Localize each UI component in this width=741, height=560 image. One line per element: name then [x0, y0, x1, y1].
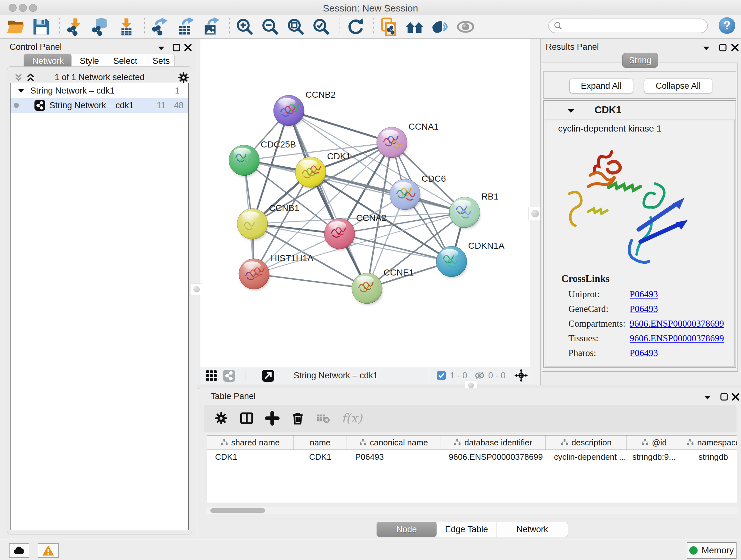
inactive-eye-icon[interactable] [456, 17, 475, 36]
show-columns-icon[interactable] [239, 411, 254, 426]
network-tree: String Network – cdk1 1 String Network –… [10, 83, 189, 530]
node-table[interactable]: shared name name canonical name database… [207, 435, 737, 503]
selected-nodes-checkbox[interactable] [436, 371, 446, 380]
node-label-cdkn1a: CDKN1A [468, 241, 504, 251]
collapse-all-button[interactable]: Collapse All [644, 78, 712, 93]
search-input[interactable] [563, 21, 698, 31]
network-node-ccne1[interactable] [352, 273, 382, 305]
table-row[interactable]: CDK1 CDK1 P06493 9606.ENSP00000378699 cy… [207, 450, 737, 463]
open-view-icon[interactable] [262, 369, 274, 382]
table-horizontal-scrollbar[interactable] [207, 507, 737, 514]
network-badge-icon[interactable] [223, 369, 235, 382]
expand-all-button[interactable]: Expand All [569, 78, 633, 93]
network-tab-pane: 1 of 1 Network selected String Network –… [7, 66, 192, 535]
left-splitter-handle[interactable] [191, 284, 202, 295]
results-panel-close-icon[interactable] [731, 44, 739, 52]
footer-separator [429, 370, 429, 381]
table-type-tabs: Node Table Edge Table Network Table [377, 522, 568, 537]
export-table-icon[interactable] [176, 17, 195, 36]
column-header[interactable]: name [293, 435, 347, 449]
column-header[interactable]: canonical name [347, 435, 441, 449]
memory-button[interactable]: Memory [687, 542, 737, 559]
copy-network-icon[interactable] [380, 17, 398, 36]
import-table-file-icon[interactable] [117, 17, 135, 36]
network-node-ccnb1[interactable] [237, 208, 268, 240]
network-node-hist1h1a[interactable] [239, 259, 269, 290]
warning-icon [42, 545, 54, 556]
zoom-in-icon[interactable] [235, 17, 254, 36]
string-home-icon[interactable] [405, 17, 424, 36]
cloud-status-button[interactable] [9, 543, 29, 558]
column-header[interactable]: @id [627, 435, 681, 449]
tab-edge-table[interactable]: Edge Table [436, 522, 497, 537]
crosslink-link[interactable]: 9606.ENSP00000378699 [630, 318, 724, 331]
control-panel-float-icon[interactable] [172, 44, 181, 52]
crosslink-link[interactable]: 9606.ENSP00000378699 [630, 333, 724, 346]
tab-network-table[interactable]: Network Table [497, 522, 568, 537]
table-panel-menu-icon[interactable] [703, 395, 712, 400]
network-edge[interactable] [254, 274, 367, 288]
zoom-selected-icon[interactable] [312, 17, 331, 36]
network-node-cdk1[interactable] [295, 157, 326, 188]
hide-unhide-icon[interactable] [431, 17, 449, 36]
gene-expander-icon[interactable] [566, 108, 576, 114]
network-canvas[interactable]: CCNB2CCNA1CDC25BCDK1CDC6RB1CCNB1CCNA2CDK… [200, 39, 530, 384]
apply-layout-icon[interactable] [346, 17, 364, 36]
collection-expander-icon[interactable] [17, 88, 24, 94]
control-panel-close-icon[interactable] [184, 44, 192, 52]
network-edge[interactable] [289, 111, 392, 142]
zoom-out-icon[interactable] [261, 17, 280, 36]
tab-string[interactable]: String [622, 53, 658, 68]
column-header[interactable]: shared name [207, 435, 293, 449]
delete-column-icon[interactable] [290, 411, 305, 426]
table-panel-close-icon[interactable] [731, 393, 740, 401]
results-panel-menu-icon[interactable] [702, 45, 711, 51]
column-header[interactable]: description [546, 435, 627, 449]
network-row[interactable]: String Network – cdk1 11 48 [10, 98, 188, 113]
footer-separator [245, 370, 246, 381]
scrollbar-thumb[interactable] [210, 508, 265, 513]
network-type-icon [34, 100, 46, 111]
export-image-icon[interactable] [202, 17, 220, 36]
zoom-fit-icon[interactable] [286, 17, 305, 36]
results-panel-title: Results Panel [546, 42, 599, 52]
import-network-database-icon[interactable] [91, 17, 110, 36]
results-panel-float-icon[interactable] [719, 44, 727, 52]
network-node-count: 11 [157, 98, 165, 113]
tab-node-table[interactable]: Node Table [377, 522, 436, 537]
memory-label: Memory [701, 545, 734, 556]
network-node-cdc25b[interactable] [229, 145, 259, 177]
table-panel-float-icon[interactable] [720, 393, 728, 401]
control-panel-menu-icon[interactable] [157, 45, 165, 51]
table-settings-gear-icon[interactable] [214, 411, 228, 426]
crosslink-link[interactable]: P06493 [630, 348, 658, 361]
column-header[interactable]: namespace [681, 435, 737, 449]
shared-column-icon [359, 439, 367, 446]
network-node-cdc6[interactable] [390, 179, 420, 211]
hidden-eye-icon[interactable] [474, 371, 485, 380]
hidden-counts: 0 - 0 [488, 371, 506, 381]
crosslink-link[interactable]: P06493 [630, 289, 658, 302]
network-options-gear-icon[interactable] [177, 71, 190, 84]
cell-canonical-name: P06493 [347, 450, 441, 463]
toolbar-separator [340, 18, 340, 36]
network-node-ccna2[interactable] [324, 219, 355, 250]
import-network-file-icon[interactable] [66, 17, 84, 36]
add-column-icon[interactable] [265, 411, 280, 426]
birdseye-grid-icon[interactable] [205, 370, 218, 382]
move-crosshair-icon[interactable] [515, 369, 528, 382]
open-session-icon[interactable] [6, 17, 25, 36]
network-node-cdkn1a[interactable] [436, 246, 467, 278]
gene-entry-header[interactable]: CDK1 [544, 101, 736, 119]
export-network-icon[interactable] [151, 17, 169, 36]
warning-status-button[interactable] [38, 543, 59, 558]
help-button[interactable]: ? [719, 17, 735, 34]
crosslink-link[interactable]: P06493 [630, 304, 658, 316]
network-status-dot [14, 103, 19, 108]
node-label-hist1h1a: HIST1H1A [271, 253, 313, 263]
network-collection-row[interactable]: String Network – cdk1 1 [10, 83, 188, 98]
network-node-ccna1[interactable] [377, 127, 407, 159]
save-session-icon[interactable] [32, 17, 51, 36]
column-header[interactable]: database identifier [441, 435, 546, 449]
network-node-rb1[interactable] [449, 197, 480, 229]
